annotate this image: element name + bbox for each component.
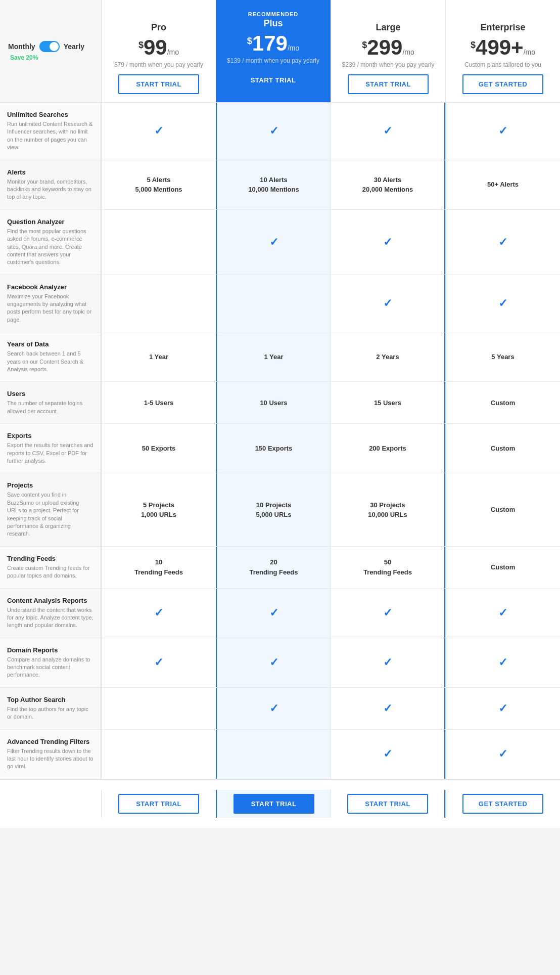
cta-button-large[interactable]: START TRIAL xyxy=(348,74,429,94)
bottom-cta-large[interactable]: START TRIAL xyxy=(347,794,428,814)
billing-toggle[interactable] xyxy=(39,41,60,52)
feature-cell-1-1: 10 Alerts 10,000 Mentions xyxy=(216,160,331,209)
feature-desc-2: Question AnalyzerFind the most popular q… xyxy=(0,210,101,275)
feature-cell-4-1: 1 Year xyxy=(216,332,331,381)
cell-text-6-1: 150 Exports xyxy=(255,444,293,454)
cell-text-8-1: 20 Trending Feeds xyxy=(249,557,298,577)
cta-button-enterprise[interactable]: GET STARTED xyxy=(462,74,543,94)
feature-cell-8-0: 10 Trending Feeds xyxy=(101,547,216,588)
price-yearly-pro: $79 / month when you pay yearly xyxy=(114,61,203,68)
bottom-cell-pro: START TRIAL xyxy=(101,790,216,818)
feature-cell-3-3: ✓ xyxy=(445,275,560,332)
cell-text-6-0: 50 Exports xyxy=(142,444,175,454)
billing-toggle-row: Monthly Yearly xyxy=(8,41,84,52)
feature-cell-7-0: 5 Projects 1,000 URLs xyxy=(101,473,216,546)
bottom-empty-col xyxy=(0,790,101,818)
feature-cell-6-0: 50 Exports xyxy=(101,424,216,473)
feature-cell-2-0 xyxy=(101,210,216,275)
feature-cell-3-2: ✓ xyxy=(331,275,445,332)
feature-title-10: Domain Reports xyxy=(7,646,94,654)
price-amount-plus: 179 xyxy=(252,33,288,54)
feature-row-11: Top Author SearchFind the top authors fo… xyxy=(0,688,560,730)
feature-cell-2-2: ✓ xyxy=(331,210,445,275)
feature-desc-0: Unlimited SearchesRun unlimited Content … xyxy=(0,103,101,160)
plan-price-plus: $ 179 /mo xyxy=(247,33,299,54)
cell-text-4-1: 1 Year xyxy=(264,352,283,362)
recommended-badge: RECOMMENDED xyxy=(248,8,299,18)
feature-cell-10-2: ✓ xyxy=(331,638,445,687)
dollar-sign-large: $ xyxy=(362,40,367,51)
bottom-cell-large: START TRIAL xyxy=(331,790,445,818)
cell-text-6-2: 200 Exports xyxy=(369,444,406,454)
checkmark-9-1: ✓ xyxy=(269,606,278,619)
checkmark-12-3: ✓ xyxy=(498,747,507,761)
feature-subtitle-2: Find the most popular questions asked on… xyxy=(7,228,94,267)
feature-cell-10-1: ✓ xyxy=(216,638,331,687)
checkmark-11-1: ✓ xyxy=(269,702,278,715)
checkmark-2-1: ✓ xyxy=(269,236,278,249)
feature-title-6: Exports xyxy=(7,432,94,439)
bottom-cta-plus[interactable]: START TRIAL xyxy=(234,794,314,814)
feature-cell-8-2: 50 Trending Feeds xyxy=(331,547,445,588)
cell-text-8-0: 10 Trending Feeds xyxy=(134,557,183,577)
plan-name-large: Large xyxy=(376,22,400,33)
cell-text-7-3: Custom xyxy=(491,505,515,515)
feature-subtitle-12: Filter Trending results down to the last… xyxy=(7,747,94,771)
cell-text-4-0: 1 Year xyxy=(149,352,168,362)
cta-button-plus[interactable]: START TRIAL xyxy=(233,70,314,90)
price-amount-large: 299 xyxy=(367,37,402,58)
feature-subtitle-7: Save content you find in BuzzSumo or upl… xyxy=(7,491,94,538)
feature-cell-2-3: ✓ xyxy=(445,210,560,275)
cell-text-7-2: 30 Projects 10,000 URLs xyxy=(368,500,407,520)
feature-cell-3-0 xyxy=(101,275,216,332)
feature-cell-5-3: Custom xyxy=(445,382,560,423)
feature-cell-8-3: Custom xyxy=(445,547,560,588)
feature-desc-9: Content Analysis ReportsUnderstand the c… xyxy=(0,589,101,638)
checkmark-3-2: ✓ xyxy=(383,297,392,310)
bottom-cta-enterprise[interactable]: GET STARTED xyxy=(462,794,543,814)
plan-col-plus: RECOMMENDED Plus $ 179 /mo $139 / month … xyxy=(216,0,331,102)
bottom-cell-enterprise: GET STARTED xyxy=(445,790,560,818)
dollar-sign-pro: $ xyxy=(138,40,144,51)
feature-title-9: Content Analysis Reports xyxy=(7,597,94,604)
feature-title-4: Years of Data xyxy=(7,340,94,348)
price-amount-pro: 99 xyxy=(144,37,167,58)
feature-subtitle-9: Understand the content that works for an… xyxy=(7,606,94,630)
feature-subtitle-0: Run unlimited Content Research & Influen… xyxy=(7,120,94,152)
feature-subtitle-11: Find the top authors for any topic or do… xyxy=(7,705,94,721)
feature-cell-9-1: ✓ xyxy=(216,589,331,638)
price-period-pro: /mo xyxy=(167,48,179,56)
cell-text-8-2: 50 Trending Feeds xyxy=(363,557,412,577)
cell-text-6-3: Custom xyxy=(491,444,515,454)
feature-cell-4-0: 1 Year xyxy=(101,332,216,381)
feature-title-5: Users xyxy=(7,390,94,397)
feature-subtitle-10: Compare and analyze domains to benchmark… xyxy=(7,656,94,679)
feature-cell-0-0: ✓ xyxy=(101,103,216,160)
bottom-cta-pro[interactable]: START TRIAL xyxy=(118,794,199,814)
feature-cell-0-2: ✓ xyxy=(331,103,445,160)
plan-name-plus: Plus xyxy=(263,18,283,29)
feature-row-2: Question AnalyzerFind the most popular q… xyxy=(0,210,560,275)
checkmark-0-1: ✓ xyxy=(269,124,278,138)
cell-text-7-0: 5 Projects 1,000 URLs xyxy=(141,500,176,520)
feature-desc-5: UsersThe number of separate logins allow… xyxy=(0,382,101,423)
feature-desc-6: ExportsExport the results for searches a… xyxy=(0,424,101,473)
cell-text-5-0: 1-5 Users xyxy=(144,398,174,408)
feature-cell-7-2: 30 Projects 10,000 URLs xyxy=(331,473,445,546)
price-period-large: /mo xyxy=(402,48,414,56)
cta-button-pro[interactable]: START TRIAL xyxy=(118,74,199,94)
price-period-enterprise: /mo xyxy=(524,48,535,56)
plan-name-pro: Pro xyxy=(151,22,166,33)
price-yearly-plus: $139 / month when you pay yearly xyxy=(227,57,319,64)
checkmark-10-1: ✓ xyxy=(269,656,278,669)
features-container: Unlimited SearchesRun unlimited Content … xyxy=(0,103,560,779)
feature-desc-10: Domain ReportsCompare and analyze domain… xyxy=(0,638,101,687)
checkmark-12-2: ✓ xyxy=(383,747,392,761)
plan-col-enterprise: Enterprise $ 499+ /mo Custom plans tailo… xyxy=(445,0,560,102)
cell-text-5-3: Custom xyxy=(491,398,515,408)
feature-title-3: Facebook Analyzer xyxy=(7,283,94,291)
cell-text-8-3: Custom xyxy=(491,562,515,572)
feature-subtitle-3: Maximize your Facebook engagements by an… xyxy=(7,293,94,324)
feature-desc-4: Years of DataSearch back between 1 and 5… xyxy=(0,332,101,381)
feature-cell-1-0: 5 Alerts 5,000 Mentions xyxy=(101,160,216,209)
